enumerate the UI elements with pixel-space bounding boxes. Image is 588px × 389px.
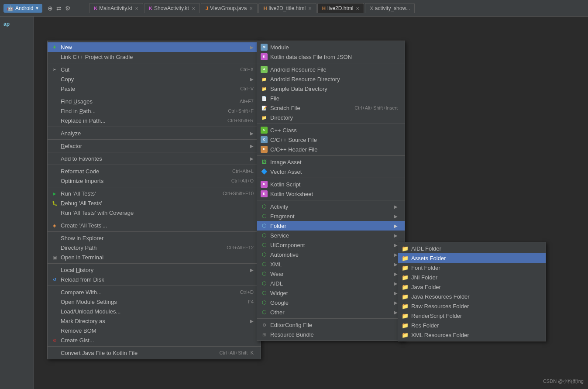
menu-item-link-cpp[interactable]: Link C++ Project with Gradle xyxy=(48,52,261,62)
menu-item-editorconfig[interactable]: ⚙ EditorConfig File xyxy=(257,320,405,330)
toolbar-icons: ⊕ ⇄ ⚙ — xyxy=(48,5,80,12)
menu-item-analyze[interactable]: Analyze ▶ xyxy=(48,128,261,138)
menu-item-cpp-header[interactable]: H C/C++ Header File xyxy=(257,145,405,154)
tab-mainactivity[interactable]: K MainActivity.kt ✕ xyxy=(89,3,143,13)
menu-item-scratch-file[interactable]: 📝 Scratch File Ctrl+Alt+Shift+Insert xyxy=(257,103,405,113)
context-menu-2: M Module K Kotlin data class File from J… xyxy=(257,41,405,341)
menu-item-jni-folder[interactable]: 📁 JNI Folder xyxy=(398,272,546,282)
menu-item-renderscript-folder[interactable]: 📁 RenderScript Folder xyxy=(398,311,546,320)
menu-item-run-coverage[interactable]: Run 'All Tests' with Coverage xyxy=(48,208,261,217)
close-icon[interactable]: ✕ xyxy=(356,6,359,11)
menu-item-kotlin-worksheet[interactable]: K Kotlin Worksheet xyxy=(257,189,405,199)
menu-item-load-modules[interactable]: Load/Unload Modules... xyxy=(48,306,261,316)
menu-item-raw-resources-folder[interactable]: 📁 Raw Resources Folder xyxy=(398,301,546,311)
tab-bar: K MainActivity.kt ✕ K ShowActivity.kt ✕ … xyxy=(89,3,585,13)
menu-item-run-tests[interactable]: ▶ Run 'All Tests' Ctrl+Shift+F10 xyxy=(48,189,261,198)
minimize-icon[interactable]: — xyxy=(74,5,80,12)
tab-label: activity_show... xyxy=(375,5,410,11)
editorconfig-icon: ⚙ xyxy=(261,321,268,328)
tab-activity-show[interactable]: X activity_show... xyxy=(365,3,415,13)
reformat-icon xyxy=(51,168,58,175)
menu-item-remove-bom[interactable]: Remove BOM xyxy=(48,326,261,335)
menu-item-font-folder[interactable]: 📁 Font Folder xyxy=(398,263,546,272)
menu-item-vector-asset[interactable]: 🔷 Vector Asset xyxy=(257,167,405,176)
menu-item-kotlin-data-class[interactable]: K Kotlin data class File from JSON xyxy=(257,52,405,62)
menu-item-reformat[interactable]: Reformat Code Ctrl+Alt+L xyxy=(48,166,261,176)
menu-item-activity[interactable]: ⬡ Activity ▶ xyxy=(257,202,405,211)
menu-item-kotlin-script[interactable]: K Kotlin Script xyxy=(257,179,405,189)
cpp-icon: C xyxy=(261,136,268,143)
menu-item-xml-resources-folder[interactable]: 📁 XML Resources Folder xyxy=(398,330,546,340)
menu-item-uicomponent[interactable]: ⬡ UiComponent ▶ xyxy=(257,240,405,250)
menu-item-widget[interactable]: ⬡ Widget ▶ xyxy=(257,288,405,298)
close-icon[interactable]: ✕ xyxy=(249,6,253,11)
folder-icon: 📁 xyxy=(402,331,409,338)
vector-icon: 🔷 xyxy=(261,168,268,175)
settings-icon[interactable]: ⚙ xyxy=(65,5,71,12)
menu-item-wear[interactable]: ⬡ Wear ▶ xyxy=(257,269,405,279)
menu-item-android-resource-dir[interactable]: 📁 Android Resource Directory xyxy=(257,74,405,84)
menu-item-optimize-imports[interactable]: Optimize Imports Ctrl+Alt+O xyxy=(48,176,261,186)
run-icon: ▶ xyxy=(51,190,58,197)
tab-live2d[interactable]: H live2D.html ✕ xyxy=(317,3,364,13)
menu-item-other[interactable]: ⬡ Other ▶ xyxy=(257,307,405,317)
menu-item-debug-tests[interactable]: 🐛 Debug 'All Tests' xyxy=(48,198,261,208)
sidebar-project-label: ap xyxy=(0,18,34,30)
menu-item-image-asset[interactable]: 🖼 Image Asset xyxy=(257,157,405,167)
menu-item-cpp-class[interactable]: S C++ Class xyxy=(257,125,405,135)
menu-item-find-usages[interactable]: Find Usages Alt+F7 xyxy=(48,96,261,106)
menu-item-directory-path[interactable]: Directory Path Ctrl+Alt+F12 xyxy=(48,243,261,252)
menu-item-reload[interactable]: ↺ Reload from Disk xyxy=(48,275,261,284)
close-icon[interactable]: ✕ xyxy=(135,6,138,11)
separator xyxy=(48,263,261,264)
menu-item-mark-directory[interactable]: Mark Directory as ▶ xyxy=(48,316,261,326)
menu-item-sample-data-dir[interactable]: 📁 Sample Data Directory xyxy=(257,84,405,93)
menu-item-copy[interactable]: Copy ▶ xyxy=(48,74,261,84)
menu-item-create-gist[interactable]: ⊙ Create Gist... xyxy=(48,335,261,345)
kotlin-icon: K xyxy=(261,53,268,60)
menu-item-add-favorites[interactable]: Add to Favorites ▶ xyxy=(48,154,261,163)
menu-item-java-folder[interactable]: 📁 Java Folder xyxy=(398,282,546,292)
menu-item-convert-kotlin[interactable]: Convert Java File to Kotlin File Ctrl+Al… xyxy=(48,348,261,358)
menu-item-paste[interactable]: Paste Ctrl+V xyxy=(48,84,261,93)
menu-item-resource-bundle[interactable]: ⊞ Resource Bundle xyxy=(257,330,405,339)
tab-viewgroup[interactable]: J ViewGroup.java ✕ xyxy=(201,3,258,13)
menu-item-aidl[interactable]: ⬡ AIDL ▶ xyxy=(257,279,405,288)
menu-item-folder[interactable]: ⬡ Folder ▶ xyxy=(257,221,405,231)
menu-item-service[interactable]: ⬡ Service ▶ xyxy=(257,231,405,240)
submenu-arrow: ▶ xyxy=(250,319,254,324)
menu-item-replace-in-path[interactable]: Replace in Path... Ctrl+Shift+R xyxy=(48,116,261,125)
menu-item-xml[interactable]: ⬡ XML ▶ xyxy=(257,259,405,269)
menu-item-create-tests[interactable]: ◈ Create 'All Tests'... xyxy=(48,220,261,230)
folder-icon: ⬡ xyxy=(261,222,268,229)
menu-item-cpp-source[interactable]: C C/C++ Source File xyxy=(257,135,405,145)
menu-item-show-explorer[interactable]: Show in Explorer xyxy=(48,233,261,243)
menu-item-google[interactable]: ⬡ Google ▶ xyxy=(257,298,405,307)
menu-item-aidl-folder[interactable]: 📁 AIDL Folder xyxy=(398,244,546,253)
menu-item-new[interactable]: ✦ New ▶ xyxy=(48,42,261,52)
close-icon[interactable]: ✕ xyxy=(192,6,195,11)
menu-item-res-folder[interactable]: 📁 Res Folder xyxy=(398,320,546,330)
target-icon[interactable]: ⊕ xyxy=(48,5,53,12)
menu-item-file[interactable]: 📄 File xyxy=(257,93,405,103)
menu-item-automotive[interactable]: ⬡ Automotive ▶ xyxy=(257,250,405,259)
menu-item-find-in-path[interactable]: Find in Path... Ctrl+Shift+F xyxy=(48,106,261,116)
menu-item-local-history[interactable]: Local History ▶ xyxy=(48,265,261,275)
menu-item-java-resources-folder[interactable]: 📁 Java Resources Folder xyxy=(398,292,546,301)
android-button[interactable]: 🤖 Android ▼ xyxy=(3,4,42,13)
menu-item-refactor[interactable]: Refactor ▶ xyxy=(48,141,261,151)
tab-live2d-title[interactable]: H live2D_title.html ✕ xyxy=(258,3,316,13)
menu-item-module-settings[interactable]: Open Module Settings F4 xyxy=(48,297,261,306)
menu-item-open-terminal[interactable]: ▣ Open in Terminal xyxy=(48,252,261,262)
transfer-icon[interactable]: ⇄ xyxy=(56,5,62,12)
menu-item-cut[interactable]: ✂ Cut Ctrl+X xyxy=(48,65,261,74)
tab-showactivity[interactable]: K ShowActivity.kt ✕ xyxy=(144,3,200,13)
close-icon[interactable]: ✕ xyxy=(308,6,312,11)
menu-item-fragment[interactable]: ⬡ Fragment ▶ xyxy=(257,211,405,221)
menu-item-module[interactable]: M Module xyxy=(257,42,405,52)
submenu-arrow: ▶ xyxy=(394,252,398,257)
menu-item-compare[interactable]: Compare With... Ctrl+D xyxy=(48,287,261,297)
menu-item-directory[interactable]: 📁 Directory xyxy=(257,113,405,122)
menu-item-assets-folder[interactable]: 📁 Assets Folder xyxy=(398,253,546,263)
menu-item-android-resource-file[interactable]: A Android Resource File xyxy=(257,65,405,74)
